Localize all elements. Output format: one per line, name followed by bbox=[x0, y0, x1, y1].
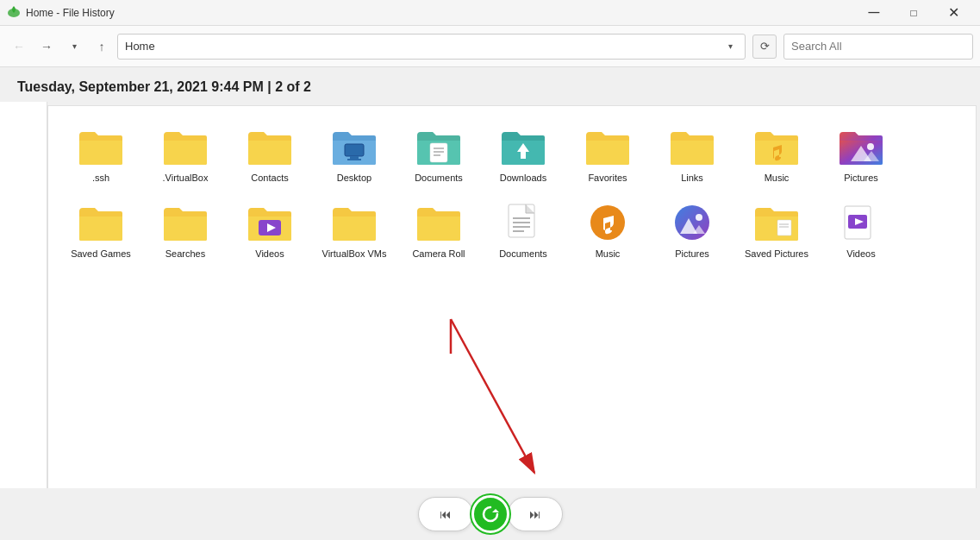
file-name: Saved Games bbox=[71, 248, 131, 260]
recent-locations-button[interactable]: ▾ bbox=[62, 35, 86, 59]
refresh-button[interactable]: ⟳ bbox=[752, 35, 777, 59]
list-item[interactable]: Documents bbox=[400, 120, 478, 189]
list-item[interactable]: Videos bbox=[822, 196, 900, 265]
file-name: .ssh bbox=[92, 172, 109, 184]
folder-icon bbox=[666, 125, 718, 168]
address-dropdown-button[interactable]: ▾ bbox=[722, 39, 738, 54]
search-input[interactable] bbox=[783, 34, 973, 60]
list-item[interactable]: VirtualBox VMs bbox=[315, 196, 393, 265]
next-button[interactable]: ⏭ bbox=[522, 501, 548, 527]
content-area: Tuesday, September 21, 2021 9:44 PM | 2 … bbox=[0, 67, 980, 540]
folder-downloads-icon bbox=[497, 125, 549, 168]
folder-camera-icon bbox=[413, 201, 465, 244]
playback-bar: ⏮ ⏭ bbox=[0, 488, 980, 540]
file-name: Videos bbox=[846, 248, 875, 260]
svg-marker-33 bbox=[492, 509, 499, 512]
list-item[interactable]: Camera Roll bbox=[400, 196, 478, 265]
file-music-icon bbox=[582, 201, 634, 244]
file-name: Documents bbox=[499, 248, 547, 260]
folder-icon bbox=[75, 201, 127, 244]
svg-point-23 bbox=[696, 214, 702, 221]
list-item[interactable]: Contacts bbox=[231, 120, 309, 189]
file-name: Searches bbox=[165, 248, 205, 260]
date-heading-text: Tuesday, September 21, 2021 9:44 PM | 2 … bbox=[17, 79, 311, 94]
list-item[interactable]: .ssh bbox=[62, 120, 140, 189]
title-bar: Home - File History ─ □ ✕ bbox=[0, 0, 980, 26]
date-heading: Tuesday, September 21, 2021 9:44 PM | 2 … bbox=[0, 67, 980, 102]
list-item[interactable]: Documents bbox=[484, 196, 562, 265]
list-item[interactable]: Music bbox=[738, 120, 815, 189]
svg-point-11 bbox=[867, 143, 874, 150]
restore-button[interactable] bbox=[471, 495, 509, 533]
list-item[interactable]: Music bbox=[569, 196, 646, 265]
folder-saved-pictures-icon bbox=[751, 201, 802, 244]
file-name: .VirtualBox bbox=[163, 172, 209, 184]
file-name: Music bbox=[765, 172, 790, 184]
address-bar: Home ▾ bbox=[117, 34, 746, 60]
list-item[interactable]: Favorites bbox=[569, 120, 646, 189]
file-name: Camera Roll bbox=[412, 248, 465, 260]
list-item[interactable]: Desktop bbox=[315, 120, 393, 189]
forward-button[interactable]: → bbox=[34, 35, 59, 59]
playback-controls-right: ⏭ bbox=[508, 497, 563, 531]
folder-icon bbox=[159, 125, 211, 168]
list-item[interactable]: Pictures bbox=[822, 120, 900, 189]
address-text: Home bbox=[125, 40, 722, 53]
maximize-button[interactable]: □ bbox=[894, 0, 933, 26]
folder-icon bbox=[328, 201, 380, 244]
file-videos-icon bbox=[835, 201, 887, 244]
list-item[interactable]: Saved Games bbox=[62, 196, 140, 265]
file-name: Contacts bbox=[251, 172, 288, 184]
svg-rect-24 bbox=[777, 220, 791, 235]
file-name: Videos bbox=[255, 248, 284, 260]
file-name: Desktop bbox=[337, 172, 371, 184]
file-pictures-icon bbox=[666, 201, 718, 244]
file-name: Pictures bbox=[675, 248, 709, 260]
svg-rect-1 bbox=[345, 144, 364, 156]
title-bar-text: Home - File History bbox=[26, 7, 115, 19]
list-item[interactable]: Links bbox=[653, 120, 731, 189]
folder-documents-icon bbox=[413, 125, 465, 168]
folder-icon bbox=[244, 125, 296, 168]
sidebar bbox=[0, 102, 47, 540]
list-item[interactable]: Searches bbox=[147, 196, 224, 265]
main-flex: .ssh .VirtualBox bbox=[0, 102, 980, 540]
folder-desktop-icon bbox=[328, 125, 380, 168]
list-item[interactable]: Pictures bbox=[653, 196, 731, 265]
list-item[interactable]: Downloads bbox=[484, 120, 562, 189]
list-item[interactable]: .VirtualBox bbox=[147, 120, 224, 189]
minimize-button[interactable]: ─ bbox=[854, 0, 894, 26]
playback-controls: ⏮ bbox=[418, 497, 473, 531]
list-item[interactable]: Saved Pictures bbox=[738, 196, 815, 265]
folder-videos-icon bbox=[244, 201, 296, 244]
folder-icon bbox=[582, 125, 634, 168]
file-name: Music bbox=[596, 248, 621, 260]
app-icon bbox=[7, 4, 21, 21]
file-documents-icon bbox=[497, 201, 549, 244]
nav-bar: ← → ▾ ↑ Home ▾ ⟳ bbox=[0, 26, 980, 67]
folder-icon bbox=[75, 125, 127, 168]
up-button[interactable]: ↑ bbox=[90, 35, 114, 59]
svg-rect-2 bbox=[350, 156, 359, 159]
list-item[interactable]: Videos bbox=[231, 196, 309, 265]
file-name: Favorites bbox=[588, 172, 627, 184]
file-grid: .ssh .VirtualBox bbox=[62, 120, 962, 266]
file-view[interactable]: .ssh .VirtualBox bbox=[47, 105, 977, 537]
file-name: Links bbox=[681, 172, 703, 184]
close-button[interactable]: ✕ bbox=[933, 0, 973, 26]
svg-rect-4 bbox=[430, 143, 447, 162]
file-name: Saved Pictures bbox=[745, 248, 808, 260]
folder-pictures-icon bbox=[835, 125, 887, 168]
back-button[interactable]: ← bbox=[7, 35, 31, 59]
folder-icon bbox=[159, 201, 211, 244]
file-name: Pictures bbox=[844, 172, 878, 184]
svg-point-20 bbox=[675, 205, 709, 240]
file-name: Documents bbox=[415, 172, 463, 184]
file-name: VirtualBox VMs bbox=[322, 248, 387, 260]
prev-button[interactable]: ⏮ bbox=[433, 501, 459, 527]
folder-music-icon bbox=[751, 125, 802, 168]
page-wrapper: Home - File History ─ □ ✕ ← → ▾ ↑ Home ▾… bbox=[0, 0, 980, 540]
file-name: Downloads bbox=[500, 172, 546, 184]
svg-rect-3 bbox=[347, 159, 361, 160]
